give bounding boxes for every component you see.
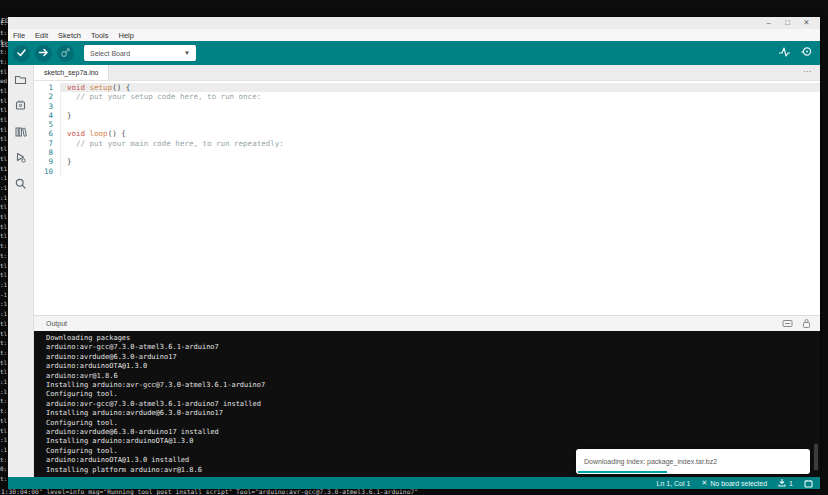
library-icon[interactable] [14,124,28,138]
code-line[interactable]: 1void setup() { [34,83,820,92]
terminal-fragment: tl [0,125,8,135]
code-line[interactable]: 4} [34,111,820,120]
updates-indicator[interactable]: 1 [778,478,793,488]
board-status[interactable]: ✕ No board selected [701,479,767,487]
close-icon: ✕ [701,479,707,487]
cursor-position[interactable]: Ln 1, Col 1 [657,480,691,487]
code-text [60,102,820,111]
code-text: } [60,157,820,166]
line-number: 2 [34,92,60,101]
output-tab[interactable]: Output [46,320,67,327]
minimize-button[interactable]: – [759,17,778,29]
console-line: arduino:avr-gcc@7.3.0-atmel3.6.1-arduino… [46,400,820,409]
line-number: 3 [34,102,60,111]
code-text [60,148,820,157]
tab-sketch[interactable]: sketch_sep7a.ino [34,65,109,80]
board-status-label: No board selected [710,480,767,487]
activity-sidebar [8,65,34,477]
toast-progress-bar [578,471,667,473]
console-scrollbar[interactable] [814,444,818,470]
code-text: // put your main code here, to run repea… [60,139,820,148]
debug-icon[interactable] [14,150,28,164]
terminal-fragment: 0: [0,464,8,474]
code-line[interactable]: 8 [34,148,820,157]
download-icon [778,478,786,488]
menu-file[interactable]: File [13,31,25,40]
console-line: arduino:avr@1.8.6 [46,372,820,381]
serial-plotter-icon[interactable] [778,44,791,62]
output-panel-header: Output [34,315,820,331]
terminal-fragment: tl [0,426,8,436]
scroll-lock-icon[interactable] [802,318,811,330]
terminal-fragment: tl [0,134,8,144]
code-line[interactable]: 2 // put your setup code here, to run on… [34,92,820,101]
toolbar: Select Board ▼ [8,41,820,65]
terminal-fragment: t: [0,474,8,484]
debug-button[interactable] [57,45,74,62]
line-number: 10 [34,167,60,176]
verify-button[interactable] [13,45,30,62]
folder-icon[interactable] [14,72,28,86]
line-number: 6 [34,129,60,138]
toast-message: Downloading index: package_index.tar.bz2 [584,458,717,465]
clear-output-icon[interactable] [782,319,793,329]
board-selector-dropdown[interactable]: Select Board ▼ [84,45,196,61]
line-number: 7 [34,139,60,148]
line-number: 5 [34,120,60,129]
console-line: arduino:avrdude@6.3.0-arduino17 installe… [46,428,820,437]
terminal-fragment: tl [0,261,8,271]
menu-help[interactable]: Help [118,31,133,40]
code-line[interactable]: 3 [34,102,820,111]
serial-monitor-icon[interactable] [800,44,813,62]
console-line: Installing arduino:avr-gcc@7.3.0-atmel3.… [46,381,820,390]
boards-icon[interactable] [14,98,28,112]
upload-button[interactable] [35,45,52,62]
editor-tab-bar: sketch_sep7a.ino ⋯ [34,65,820,81]
console-line: Configuring tool. [46,419,820,428]
menu-tools[interactable]: Tools [91,31,109,40]
terminal-fragment: tl [0,86,8,96]
title-bar: – □ ✕ [8,17,820,29]
terminal-fragment: tl [0,96,8,106]
close-button[interactable]: ✕ [797,17,816,29]
terminal-fragment: t: [0,18,8,28]
code-line[interactable]: 9} [34,157,820,166]
menu-sketch[interactable]: Sketch [58,31,81,40]
line-number: 1 [34,83,60,92]
terminal-fragment: :1 [0,309,8,319]
terminal-fragment: tl [0,358,8,368]
terminal-fragment: :1 [0,445,8,455]
terminal-fragment: t: [0,28,8,38]
console-line: arduino:arduinoOTA@1.3.0 [46,362,820,371]
line-number: 9 [34,157,60,166]
search-icon[interactable] [14,176,28,190]
terminal-fragment: :1 [0,280,8,290]
code-text [60,120,820,129]
code-line[interactable]: 5 [34,120,820,129]
terminal-fragment: t1 [0,164,8,174]
menu-edit[interactable]: Edit [35,31,48,40]
terminal-fragment: tl [0,212,8,222]
code-text [60,167,820,176]
code-line[interactable]: 10 [34,167,820,176]
more-actions-icon[interactable]: ⋯ [803,67,812,76]
terminal-left-strip: t:t:t:t:t:tledtltltltltltltltlt1:1:1:1tl… [0,18,8,486]
console-line: Installing arduino:arduinoOTA@1.3.0 [46,437,820,446]
code-line[interactable]: 7 // put your main code here, to run rep… [34,139,820,148]
terminal-fragment: t: [0,47,8,57]
arduino-ide-window: – □ ✕ FileEditSketchToolsHelp Select Boa… [8,17,820,489]
console-line: arduino:avrdude@6.3.0-arduino17 [46,353,820,362]
code-line[interactable]: 6void loop() { [34,129,820,138]
board-selector-label: Select Board [90,50,130,57]
code-editor[interactable]: 1void setup() {2 // put your setup code … [34,81,820,315]
notifications-icon[interactable] [804,479,813,488]
notification-toast[interactable]: Downloading index: package_index.tar.bz2 [576,449,810,474]
terminal-fragment: :1 [0,173,8,183]
update-count: 1 [789,480,793,487]
terminal-fragment: tl [0,154,8,164]
terminal-fragment: :1 [0,183,8,193]
maximize-button[interactable]: □ [778,17,797,29]
debug-probe-icon [60,44,71,62]
terminal-fragment: :1 [0,377,8,387]
console-line: arduino:avr-gcc@7.3.0-atmel3.6.1-arduino… [46,343,820,352]
